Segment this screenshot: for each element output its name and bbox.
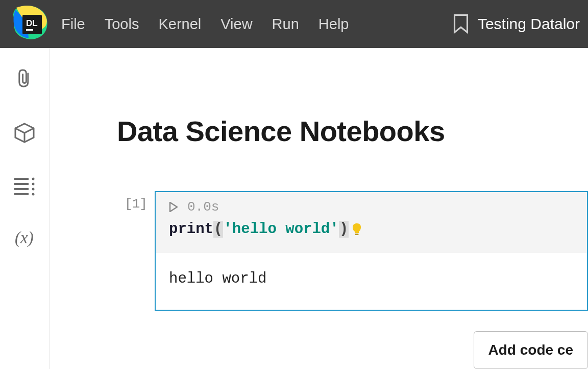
variables-icon[interactable]: (x) <box>13 226 36 248</box>
bookmark-icon[interactable] <box>453 14 469 34</box>
cell-header: 0.0s <box>169 199 574 215</box>
svg-point-8 <box>32 183 35 186</box>
svg-rect-2 <box>26 29 33 31</box>
package-icon[interactable] <box>13 122 36 144</box>
token-rparen: ) <box>339 221 349 238</box>
menu-view[interactable]: View <box>220 16 252 33</box>
cell-input-area[interactable]: 0.0s print('hello world') <box>156 192 587 253</box>
menu-kernel[interactable]: Kernel <box>158 16 201 33</box>
code-cell[interactable]: 0.0s print('hello world') hello world <box>155 191 588 311</box>
notebook-title-area: Testing Datalor <box>453 14 580 34</box>
code-line[interactable]: print('hello world') <box>169 221 574 238</box>
svg-text:DL: DL <box>26 18 38 28</box>
menu-help[interactable]: Help <box>318 16 349 33</box>
app-logo: DL <box>11 5 50 43</box>
token-string: 'hello world' <box>223 221 338 238</box>
svg-point-10 <box>32 193 35 196</box>
main-area: (x) Data Science Notebooks [1] 0.0s <box>0 48 588 369</box>
svg-point-7 <box>32 178 35 180</box>
token-func: print <box>169 221 213 238</box>
menu-run[interactable]: Run <box>272 16 299 33</box>
toc-icon[interactable] <box>13 176 36 198</box>
topbar: DL File Tools Kernel View Run Help Testi… <box>0 0 588 48</box>
add-code-cell-button[interactable]: Add code ce <box>474 331 588 369</box>
cell-output: hello world <box>156 253 587 310</box>
exec-count-label: [1] <box>117 191 155 212</box>
menu-file[interactable]: File <box>61 16 85 33</box>
menu-tools[interactable]: Tools <box>105 16 139 33</box>
svg-point-9 <box>32 188 35 191</box>
notebook-name[interactable]: Testing Datalor <box>478 15 580 33</box>
lightbulb-icon[interactable] <box>352 223 362 236</box>
svg-text:(x): (x) <box>15 228 34 247</box>
content-area: Data Science Notebooks [1] 0.0s print('h… <box>50 48 588 369</box>
main-menu: File Tools Kernel View Run Help <box>61 16 453 33</box>
page-title: Data Science Notebooks <box>117 114 588 148</box>
svg-rect-12 <box>355 234 359 235</box>
token-lparen: ( <box>213 221 223 238</box>
play-icon[interactable] <box>169 202 178 212</box>
cell-row: [1] 0.0s print('hello world') <box>117 191 588 311</box>
exec-time: 0.0s <box>187 199 219 215</box>
attachments-icon[interactable] <box>13 67 36 90</box>
left-sidebar: (x) <box>0 48 50 369</box>
